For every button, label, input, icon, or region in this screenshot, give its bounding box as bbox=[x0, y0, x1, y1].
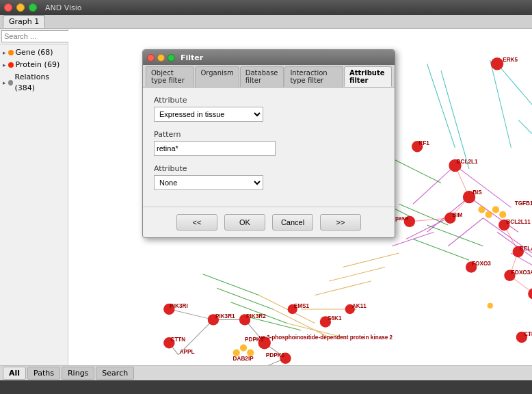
gene-label: Gene (68) bbox=[16, 47, 53, 58]
filter-close-button[interactable] bbox=[147, 54, 155, 62]
expand-gene-icon: ▸ bbox=[3, 47, 6, 58]
filter-body: Attribute Expressed in tissue None Patte… bbox=[143, 88, 395, 207]
close-button[interactable] bbox=[4, 3, 12, 12]
svg-text:TGFB1G3: TGFB1G3 bbox=[515, 200, 532, 207]
graph-tab-1[interactable]: Graph 1 bbox=[3, 15, 45, 28]
filter-dialog: Filter Object type filter Organism Datab… bbox=[142, 49, 395, 238]
filter-tab-attribute[interactable]: Attribute filter bbox=[344, 66, 392, 87]
filter-footer: << OK Cancel >> bbox=[143, 207, 395, 237]
svg-text:APPL: APPL bbox=[180, 349, 195, 355]
filter-titlebar: Filter bbox=[143, 50, 395, 65]
tree-area: ▸ Gene (68) ▸ Protein (69) ▸ Relations (… bbox=[0, 44, 68, 365]
minimize-button[interactable] bbox=[16, 3, 25, 12]
sidebar: 🔍 ▸ Gene (68) ▸ Protein (69) ▸ Relations… bbox=[0, 29, 68, 365]
attribute2-select[interactable]: None Expressed in tissue bbox=[154, 175, 263, 190]
svg-point-53 bbox=[486, 211, 492, 218]
filter-tab-organism[interactable]: Organism bbox=[195, 66, 239, 87]
bottom-tab-all[interactable]: All bbox=[3, 367, 26, 380]
svg-point-57 bbox=[240, 344, 247, 351]
tree-item-protein[interactable]: ▸ Protein (69) bbox=[3, 60, 65, 70]
svg-text:CTNA1: CTNA1 bbox=[524, 331, 532, 337]
tree-item-relations[interactable]: ▸ Relations (384) bbox=[3, 72, 65, 94]
titlebar: AND Visio bbox=[0, 0, 532, 15]
filter-next-button[interactable]: >> bbox=[320, 214, 361, 231]
relation-dot-icon bbox=[8, 80, 13, 86]
attribute2-row: None Expressed in tissue bbox=[154, 175, 384, 190]
filter-tabs: Object type filter Organism Database fil… bbox=[143, 65, 395, 88]
svg-text:ve 3-phosphoinositide-dependen: ve 3-phosphoinositide-dependent protein … bbox=[259, 334, 393, 341]
svg-text:DAB2IP: DAB2IP bbox=[233, 356, 254, 362]
filter-minimize-button[interactable] bbox=[157, 54, 165, 62]
expand-relations-icon: ▸ bbox=[3, 77, 6, 88]
svg-point-61 bbox=[488, 303, 493, 308]
filter-title: Filter bbox=[181, 53, 203, 62]
app-title: AND Visio bbox=[45, 3, 82, 12]
expand-protein-icon: ▸ bbox=[3, 60, 6, 70]
svg-point-52 bbox=[478, 206, 485, 213]
bottom-tab-search[interactable]: Search bbox=[96, 367, 134, 380]
svg-text:RF1: RF1 bbox=[418, 140, 429, 146]
graph-area: ⊟ ⊞ ⊡ ↑ ⚙ ? ▾ bbox=[68, 29, 532, 365]
svg-text:BCL2L11: BCL2L11 bbox=[506, 219, 531, 225]
bottom-tab-paths[interactable]: Paths bbox=[27, 367, 60, 380]
svg-text:S6K1: S6K1 bbox=[328, 315, 342, 321]
maximize-button[interactable] bbox=[29, 3, 37, 12]
svg-text:PIK3R1: PIK3R1 bbox=[215, 313, 235, 319]
svg-text:CTTN: CTTN bbox=[170, 337, 185, 343]
svg-text:BCL2L1: BCL2L1 bbox=[457, 159, 478, 165]
attribute2-section: Attribute None Expressed in tissue bbox=[154, 164, 384, 190]
svg-text:PIK3RI: PIK3RI bbox=[170, 303, 187, 309]
svg-text:FOXO3: FOXO3 bbox=[472, 261, 491, 267]
attribute1-row: Expressed in tissue None bbox=[154, 107, 384, 122]
svg-text:ERK5: ERK5 bbox=[503, 57, 518, 63]
pattern-section: Pattern bbox=[154, 130, 384, 156]
filter-maximize-button[interactable] bbox=[168, 54, 175, 62]
attribute1-label: Attribute bbox=[154, 96, 384, 105]
filter-tab-interaction[interactable]: Interaction type filter bbox=[284, 66, 343, 87]
bottom-tab-bar: All Paths Rings Search bbox=[0, 365, 532, 380]
relations-label: Relations (384) bbox=[15, 72, 65, 94]
svg-text:PDPK1: PDPK1 bbox=[266, 352, 285, 358]
filter-ok-button[interactable]: OK bbox=[224, 214, 265, 231]
tab-bar: Graph 1 bbox=[0, 15, 532, 29]
gene-dot-icon bbox=[8, 50, 14, 55]
search-bar: 🔍 bbox=[0, 29, 68, 44]
svg-point-62 bbox=[491, 57, 503, 70]
filter-cancel-button[interactable]: Cancel bbox=[272, 214, 313, 231]
svg-text:RELA: RELA bbox=[520, 246, 532, 252]
pattern-label: Pattern bbox=[154, 130, 384, 139]
svg-text:EMS1: EMS1 bbox=[294, 303, 310, 309]
attribute2-label: Attribute bbox=[154, 164, 384, 173]
svg-text:PIK3R2: PIK3R2 bbox=[246, 313, 266, 319]
svg-point-54 bbox=[492, 206, 499, 213]
attribute1-select[interactable]: Expressed in tissue None bbox=[154, 107, 263, 122]
svg-text:FOXO3A: FOXO3A bbox=[511, 270, 532, 276]
filter-tab-object-type[interactable]: Object type filter bbox=[146, 66, 194, 87]
tree-item-gene[interactable]: ▸ Gene (68) bbox=[3, 47, 65, 58]
protein-dot-icon bbox=[8, 62, 14, 68]
svg-point-55 bbox=[499, 211, 506, 218]
main-area: 🔍 ▸ Gene (68) ▸ Protein (69) ▸ Relations… bbox=[0, 29, 532, 365]
pattern-input[interactable] bbox=[154, 141, 276, 156]
filter-prev-button[interactable]: << bbox=[176, 214, 217, 231]
svg-text:BIS: BIS bbox=[473, 189, 482, 196]
protein-label: Protein (69) bbox=[16, 60, 60, 70]
svg-text:BIM: BIM bbox=[452, 212, 462, 218]
filter-tab-database[interactable]: Database filter bbox=[240, 66, 284, 87]
bottom-tab-rings[interactable]: Rings bbox=[62, 367, 94, 380]
attribute1-section: Attribute Expressed in tissue None bbox=[154, 96, 384, 122]
svg-text:AK11: AK11 bbox=[352, 303, 367, 309]
